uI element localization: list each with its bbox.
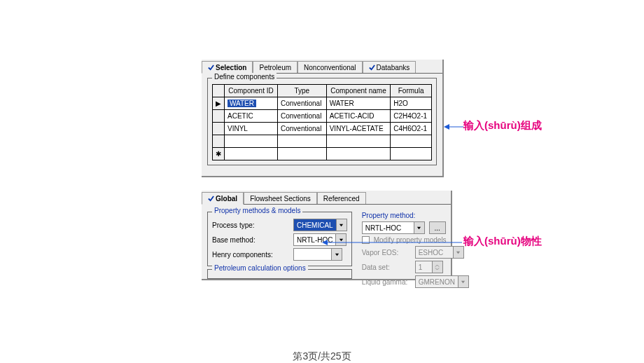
tab-label: Selection xyxy=(216,64,246,71)
components-table[interactable]: Component ID Type Component name Formula… xyxy=(212,84,432,160)
vapor-eos-label: Vapor EOS: xyxy=(362,249,411,256)
tab-referenced[interactable]: Referenced xyxy=(317,192,366,204)
tab-flowsheet-sections[interactable]: Flowsheet Sections xyxy=(244,192,317,204)
dataset-spinner: 1 xyxy=(415,261,443,273)
define-components-group: Define components Component ID Type Comp… xyxy=(207,78,437,165)
combo-value: GMRENON xyxy=(419,278,455,286)
properties-panel: Global Flowsheet Sections Referenced Pro… xyxy=(202,191,452,280)
combo-value: CHEMICAL xyxy=(297,221,333,229)
group-label: Property methods & models xyxy=(212,207,302,214)
vapor-eos-select: ESHOC xyxy=(415,246,464,259)
group-label: Petroleum calculation options xyxy=(212,264,308,272)
modify-models-label: Modify property models xyxy=(374,236,447,244)
liquid-gamma-label: Liquid gamma: xyxy=(362,278,411,286)
cell-type[interactable] xyxy=(278,135,327,148)
tab-label: Global xyxy=(216,195,237,203)
table-row[interactable]: VINYLConventionalVINYL-ACETATEC4H6O2-1 xyxy=(213,123,432,135)
table-row[interactable] xyxy=(213,135,432,148)
chevron-down-icon xyxy=(335,234,346,245)
cell-component-id[interactable]: WATER xyxy=(225,97,278,110)
combo-value: ESHOC xyxy=(419,249,444,256)
tab-label: Flowsheet Sections xyxy=(250,195,311,203)
row-marker xyxy=(213,123,225,135)
cell-component-id[interactable] xyxy=(225,135,278,148)
cell-formula[interactable]: H2O xyxy=(391,97,432,110)
combo-value: NRTL-HOC xyxy=(365,224,401,232)
chevron-down-icon xyxy=(458,276,468,287)
check-icon xyxy=(369,64,375,71)
cell-formula[interactable]: C4H6O2-1 xyxy=(391,123,432,135)
chevron-down-icon xyxy=(453,247,463,258)
ellipsis-button[interactable]: ... xyxy=(429,221,446,234)
components-tabs: Selection Petroleum Nonconventional Data… xyxy=(202,60,442,74)
cell-type[interactable]: Conventional xyxy=(278,110,327,123)
row-marker: ▶ xyxy=(213,97,225,110)
tab-global[interactable]: Global xyxy=(202,192,244,205)
table-row[interactable]: ▶WATERConventionalWATERH2O xyxy=(213,97,432,110)
check-icon xyxy=(208,196,214,202)
liquid-gamma-select: GMRENON xyxy=(415,275,469,288)
table-row[interactable]: ACETICConventionalACETIC-ACIDC2H4O2-1 xyxy=(213,110,432,123)
cell-formula[interactable] xyxy=(391,148,432,160)
col-formula: Formula xyxy=(391,85,432,97)
tab-selection[interactable]: Selection xyxy=(202,61,253,74)
modify-models-checkbox[interactable] xyxy=(362,236,370,244)
henry-components-label: Henry components: xyxy=(212,251,289,259)
cell-component-id[interactable]: ACETIC xyxy=(225,110,278,123)
cell-component-id[interactable] xyxy=(225,148,278,160)
property-method-label: Property method: xyxy=(362,212,416,219)
arrow-icon xyxy=(444,123,463,131)
chevron-down-icon xyxy=(336,219,346,231)
table-row[interactable]: ✱ xyxy=(213,148,432,160)
cell-component-name[interactable]: VINYL-ACETATE xyxy=(326,123,391,135)
row-marker xyxy=(213,135,225,148)
row-marker xyxy=(213,110,225,123)
cell-type[interactable]: Conventional xyxy=(278,97,327,110)
tab-label: Referenced xyxy=(323,195,360,203)
properties-tabs: Global Flowsheet Sections Referenced xyxy=(202,191,451,205)
components-panel: Selection Petroleum Nonconventional Data… xyxy=(202,60,444,177)
process-type-label: Process type: xyxy=(212,221,289,229)
process-type-select[interactable]: CHEMICAL xyxy=(293,219,347,231)
property-method-select[interactable]: NRTL-HOC xyxy=(362,221,425,234)
henry-components-select[interactable] xyxy=(293,248,342,261)
cell-type[interactable]: Conventional xyxy=(278,123,327,135)
tab-nonconventional[interactable]: Nonconventional xyxy=(298,61,363,73)
cell-component-name[interactable]: WATER xyxy=(326,97,391,110)
tab-label: Databanks xyxy=(377,64,410,71)
cell-component-name[interactable]: ACETIC-ACID xyxy=(326,110,391,123)
cell-formula[interactable] xyxy=(391,135,432,148)
spinner-icon xyxy=(432,261,442,273)
petroleum-calc-group: Petroleum calculation options xyxy=(207,269,352,279)
cell-component-name[interactable] xyxy=(326,148,391,160)
tab-databanks[interactable]: Databanks xyxy=(363,61,416,73)
dataset-label: Data set: xyxy=(362,263,411,271)
cell-component-id[interactable]: VINYL xyxy=(225,123,278,135)
col-component-name: Component name xyxy=(326,85,391,97)
check-icon xyxy=(208,64,214,71)
combo-value: NRTL-HOC xyxy=(297,236,332,244)
annotation-components: 输入(shūrù)组成 xyxy=(463,119,542,132)
cell-component-name[interactable] xyxy=(326,135,391,148)
cell-type[interactable] xyxy=(278,148,327,160)
chevron-down-icon xyxy=(331,249,342,260)
combo-value: 1 xyxy=(419,263,423,271)
col-type: Type xyxy=(278,85,327,97)
property-methods-group: Property methods & models Process type: … xyxy=(207,212,352,266)
tab-label: Petroleum xyxy=(259,64,291,71)
cell-formula[interactable]: C2H4O2-1 xyxy=(391,110,432,123)
row-marker: ✱ xyxy=(213,148,225,160)
base-method-select[interactable]: NRTL-HOC xyxy=(293,233,346,246)
row-header-blank xyxy=(213,85,225,97)
col-component-id: Component ID xyxy=(225,85,278,97)
base-method-label: Base method: xyxy=(212,236,289,244)
annotation-properties: 输入(shūrù)物性 xyxy=(463,235,554,247)
tab-petroleum[interactable]: Petroleum xyxy=(253,61,298,73)
tab-label: Nonconventional xyxy=(304,64,356,71)
page-footer: 第3页/共25页 xyxy=(0,350,644,363)
group-label: Define components xyxy=(212,73,276,81)
chevron-down-icon xyxy=(414,222,424,233)
